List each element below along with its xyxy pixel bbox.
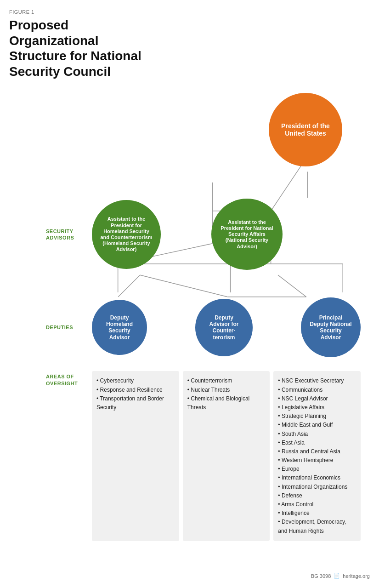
footer: BG 3098 📄 heritage.org	[311, 573, 370, 579]
svg-line-13	[118, 275, 140, 297]
list-item: Cybersecurity	[96, 377, 175, 385]
list-item: Chemical and Biological Threats	[187, 394, 266, 412]
counter-oversight-box: Counterterrorism Nuclear Threats Chemica…	[183, 371, 270, 541]
list-item: International Organizations	[278, 483, 356, 491]
list-item: Middle East and Gulf	[278, 421, 356, 429]
list-item: Western Hemisphere	[278, 456, 356, 465]
svg-line-15	[278, 275, 306, 297]
president-circle: President of the United States	[269, 93, 342, 166]
list-item: Intelligence	[278, 509, 356, 518]
list-item: East Asia	[278, 439, 356, 447]
list-item: Arms Control	[278, 500, 356, 509]
oversight-label: AREAS OFOVERSIGHT	[46, 371, 83, 387]
list-item: Russia and Central Asia	[278, 447, 356, 456]
list-item: International Economics	[278, 474, 356, 482]
deputy-counter-circle: Deputy Advisor for Counter- terorism	[195, 299, 253, 356]
list-item: Transportation and Border Security	[96, 394, 175, 412]
list-item: NSC Legal Advisor	[278, 394, 356, 403]
deputy-principal-circle: Principal Deputy National Security Advis…	[301, 297, 361, 357]
list-item: Strategic Planning	[278, 412, 356, 421]
national-advisor-circle: Assistant to the President for National …	[211, 199, 283, 270]
deputy-homeland-circle: Deputy Homeland Security Advisor	[92, 300, 147, 355]
homeland-advisor-circle: Assistant to the President for Homeland …	[92, 200, 161, 269]
principal-oversight-list: NSC Executive Secretary Communications N…	[278, 377, 356, 535]
list-item: Counterterrorism	[187, 377, 266, 385]
counter-oversight-list: Counterterrorism Nuclear Threats Chemica…	[187, 377, 266, 412]
list-item: Nuclear Threats	[187, 386, 266, 394]
principal-oversight-box: NSC Executive Secretary Communications N…	[273, 371, 361, 541]
list-item: Response and Resilience	[96, 386, 175, 394]
bg-number: BG 3098	[311, 573, 331, 579]
svg-line-14	[140, 275, 228, 297]
list-item: Europe	[278, 465, 356, 474]
footer-icon: 📄	[334, 573, 340, 579]
advisors-row: SECURITYADVISORS Assistant to the Presid…	[46, 199, 370, 270]
oversight-row: AREAS OFOVERSIGHT Cybersecurity Response…	[46, 371, 370, 541]
security-advisors-label: SECURITYADVISORS	[46, 228, 83, 241]
homeland-oversight-list: Cybersecurity Response and Resilience Tr…	[96, 377, 175, 412]
list-item: Development, Democracy, and Human Rights	[278, 518, 356, 535]
president-row: President of the United States	[46, 93, 370, 166]
homeland-oversight-box: Cybersecurity Response and Resilience Tr…	[92, 371, 179, 541]
footer-site: heritage.org	[343, 573, 370, 579]
list-item: Defense	[278, 491, 356, 500]
list-item: NSC Executive Secretary	[278, 377, 356, 385]
list-item: South Asia	[278, 430, 356, 439]
list-item: Legislative Affairs	[278, 403, 356, 412]
deputies-label: DEPUTIES	[46, 325, 83, 330]
figure-label: FIGURE 1	[9, 9, 370, 15]
list-item: Communications	[278, 386, 356, 394]
page-title: Proposed Organizational Structure for Na…	[9, 17, 156, 79]
deputies-row: DEPUTIES Deputy Homeland Security Adviso…	[46, 297, 370, 357]
